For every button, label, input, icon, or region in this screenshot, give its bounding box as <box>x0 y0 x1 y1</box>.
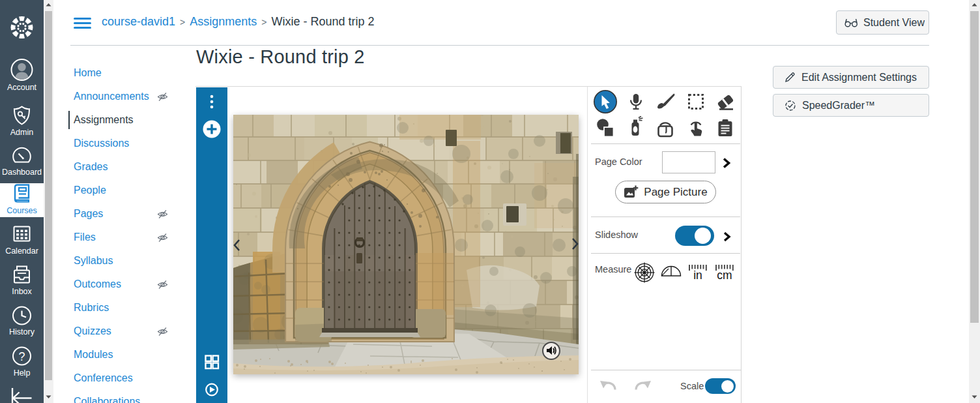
svg-text:Admin: Admin <box>10 128 33 137</box>
svg-text:Courses: Courses <box>7 206 37 215</box>
svg-text:cm: cm <box>717 269 732 282</box>
svg-text:Help: Help <box>14 368 31 378</box>
svg-text:Account: Account <box>7 83 37 92</box>
svg-text:History: History <box>9 327 35 336</box>
svg-text:in: in <box>693 269 702 282</box>
svg-text:Calendar: Calendar <box>5 246 38 256</box>
svg-text:?: ? <box>18 350 25 363</box>
svg-text:Dashboard: Dashboard <box>2 168 42 177</box>
svg-text:Inbox: Inbox <box>12 287 32 296</box>
